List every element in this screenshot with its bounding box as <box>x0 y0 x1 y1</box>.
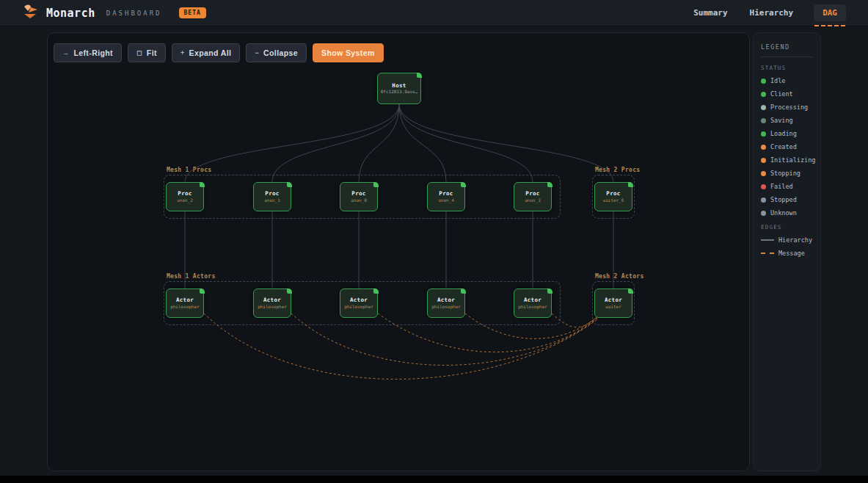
proc-node[interactable]: Proc anon_4 <box>427 182 465 211</box>
legend-status-item: Idle <box>761 77 813 84</box>
fit-button[interactable]: ◻ Fit <box>128 43 166 62</box>
hierarchy-edge <box>359 104 399 182</box>
brand: Monarch DASHBOARD BETA <box>21 3 206 23</box>
actor-node-title: Actor <box>524 297 541 304</box>
actor-node[interactable]: Actor philosopher <box>253 288 291 318</box>
legend-edge-list: Hierarchy Message <box>761 236 813 257</box>
monarch-logo-icon <box>21 3 40 23</box>
legend-status-item: Saving <box>761 117 813 124</box>
actor-node[interactable]: Actor philosopher <box>340 288 378 318</box>
group-label-mesh2-actors: Mesh 2 Actors <box>595 273 644 280</box>
legend-status-label: Created <box>770 143 797 150</box>
dag-toolbar: → Left-Right ◻ Fit + Expand All − Collap… <box>54 43 384 62</box>
proc-node[interactable]: Proc anon_3 <box>514 182 552 211</box>
proc-node[interactable]: Proc waiter_0 <box>594 182 632 211</box>
actor-node[interactable]: Actor philosopher <box>427 288 465 318</box>
status-dot-icon <box>761 92 766 97</box>
legend-status-label: Stopping <box>770 170 800 177</box>
layout-left-right-button[interactable]: → Left-Right <box>54 43 122 62</box>
proc-node-subtitle: anon_1 <box>264 197 280 203</box>
status-dot-icon <box>761 184 766 189</box>
proc-node-title: Proc <box>265 190 279 197</box>
hierarchy-edge <box>399 104 446 182</box>
actor-node-subtitle: philosopher <box>170 304 200 310</box>
show-system-label: Show System <box>321 48 375 57</box>
legend-edges-header: EDGES <box>761 224 813 230</box>
legend-status-label: Client <box>770 90 793 98</box>
expand-all-label: Expand All <box>189 48 232 57</box>
app-header: Monarch DASHBOARD BETA Summary Hierarchy… <box>0 0 868 26</box>
node-status-icon <box>200 182 205 187</box>
legend-status-label: Stopped <box>770 196 797 203</box>
node-status-icon <box>628 288 633 294</box>
legend-status-label: Idle <box>770 77 785 84</box>
legend-status-label: Processing <box>770 104 808 111</box>
proc-node-title: Proc <box>525 190 539 197</box>
expand-all-button[interactable]: + Expand All <box>172 43 241 62</box>
actor-node-title: Actor <box>176 297 194 304</box>
actor-node-subtitle: philosopher <box>431 304 461 310</box>
tab-dag[interactable]: DAG <box>814 4 846 21</box>
proc-node-title: Proc <box>178 190 192 197</box>
host-node[interactable]: Host 0fc12013.9avs… <box>377 73 421 104</box>
collapse-button[interactable]: − Collapse <box>246 43 307 62</box>
node-status-icon <box>417 73 422 78</box>
node-status-icon <box>628 182 633 187</box>
actor-node-title: Actor <box>437 297 455 304</box>
collapse-label: Collapse <box>263 48 298 57</box>
status-dot-icon <box>761 79 766 84</box>
node-status-icon <box>287 288 292 294</box>
dag-canvas[interactable]: → Left-Right ◻ Fit + Expand All − Collap… <box>47 32 750 471</box>
show-system-button[interactable]: Show System <box>313 43 384 62</box>
legend-status-label: Loading <box>770 130 797 137</box>
legend-status-item: Processing <box>761 104 813 111</box>
proc-node[interactable]: Proc anon_0 <box>340 182 378 211</box>
hierarchy-edge <box>399 104 613 182</box>
tab-summary[interactable]: Summary <box>692 4 729 21</box>
arrow-right-icon: → <box>62 49 69 57</box>
actor-node[interactable]: Actor philosopher <box>514 288 552 318</box>
hierarchy-edge <box>399 104 533 182</box>
proc-node-title: Proc <box>606 190 620 197</box>
legend-status-item: Client <box>761 90 813 98</box>
status-dot-icon <box>761 131 766 137</box>
top-nav: Summary Hierarchy DAG <box>692 4 846 21</box>
group-label-mesh1-procs: Mesh 1 Procs <box>167 167 211 173</box>
edge-swatch-icon <box>761 239 774 241</box>
legend-edge-label: Hierarchy <box>778 236 812 244</box>
node-status-icon <box>373 288 379 294</box>
actor-node-subtitle: philosopher <box>518 304 547 310</box>
brand-name: Monarch <box>46 7 95 20</box>
tab-hierarchy[interactable]: Hierarchy <box>748 4 795 21</box>
status-dot-icon <box>761 171 766 176</box>
actor-node[interactable]: Actor philosopher <box>166 288 204 318</box>
legend-status-label: Unknown <box>770 209 797 217</box>
proc-node-subtitle: anon_3 <box>525 197 541 203</box>
legend-status-item: Initializing <box>761 156 813 164</box>
node-status-icon <box>547 182 552 187</box>
actor-node[interactable]: Actor waiter <box>594 288 632 318</box>
node-status-icon <box>200 288 205 294</box>
proc-node-subtitle: waiter_0 <box>603 197 624 203</box>
legend-status-item: Created <box>761 143 813 150</box>
minus-icon: − <box>255 49 259 57</box>
proc-node-subtitle: anon_2 <box>177 197 193 203</box>
proc-node[interactable]: Proc anon_1 <box>253 182 291 211</box>
brand-subtitle: DASHBOARD <box>106 10 162 17</box>
proc-node[interactable]: Proc anon_2 <box>166 182 204 211</box>
bottom-strip <box>0 476 868 483</box>
actor-node-title: Actor <box>263 297 281 304</box>
status-dot-icon <box>761 118 766 123</box>
legend-edge-label: Message <box>778 250 805 257</box>
node-status-icon <box>461 182 466 187</box>
beta-badge: BETA <box>179 7 206 18</box>
status-dot-icon <box>761 105 766 110</box>
plus-icon: + <box>180 49 185 57</box>
legend-status-label: Saving <box>770 117 793 124</box>
status-dot-icon <box>761 158 766 163</box>
proc-node-subtitle: anon_0 <box>351 197 367 203</box>
hierarchy-edge <box>185 104 399 182</box>
legend-status-header: STATUS <box>761 65 813 71</box>
node-status-icon <box>461 288 466 294</box>
layout-left-right-label: Left-Right <box>73 48 113 57</box>
